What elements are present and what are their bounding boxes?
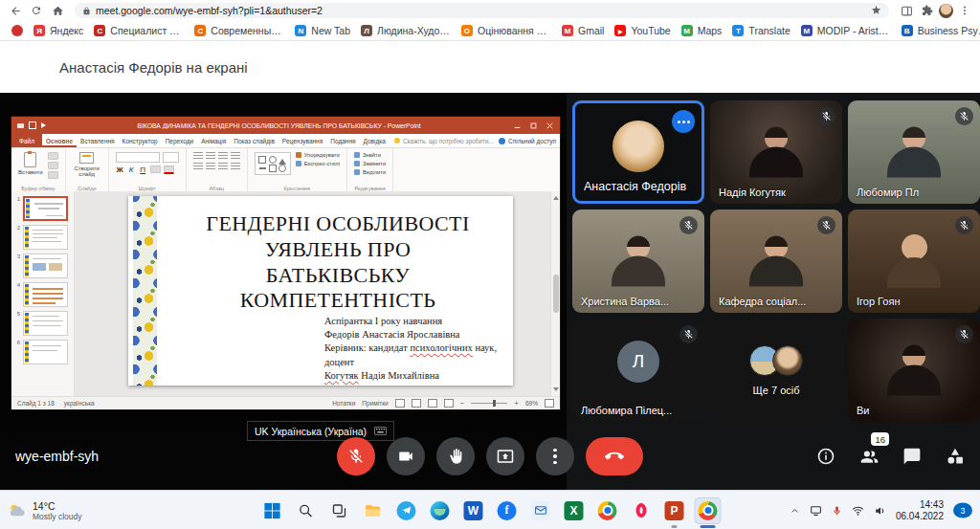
file-explorer-button[interactable] [360, 497, 387, 524]
bookmark-item[interactable]: MMaps [678, 24, 726, 37]
participant-tile[interactable]: Л Любомира Пілец... [572, 319, 704, 422]
participant-tile-self[interactable]: Ви [848, 319, 980, 422]
slide-thumbnail[interactable] [23, 196, 68, 221]
tab-view[interactable]: Подання [326, 134, 359, 147]
tile-options-button[interactable] [672, 110, 695, 133]
end-call-button[interactable] [586, 437, 643, 475]
raise-hand-button[interactable] [436, 437, 475, 475]
shapes-gallery[interactable] [255, 152, 291, 175]
indent-icon[interactable] [218, 163, 228, 170]
quick-access-toolbar[interactable] [17, 121, 49, 129]
bookmark-item[interactable]: ССовременные тео... [190, 24, 288, 37]
line-spacing-icon[interactable] [231, 163, 240, 170]
back-button[interactable] [6, 2, 25, 19]
slideshow-icon[interactable] [41, 122, 49, 128]
lock-icon[interactable] [82, 2, 91, 19]
align-left-icon[interactable] [193, 152, 203, 160]
refresh-button[interactable] [27, 2, 46, 19]
mic-in-use-icon[interactable] [832, 505, 842, 516]
quick-styles-button[interactable]: Експрес-стилі [296, 161, 340, 166]
zoom-slider[interactable] [471, 403, 507, 404]
paste-button[interactable]: Вставити [18, 152, 43, 175]
bookmark-item[interactable]: BBusiness Psycholog... [898, 24, 980, 37]
copy-icon[interactable] [48, 162, 58, 169]
ppt-share-button[interactable]: Спільний доступ [499, 138, 556, 144]
tab-insert[interactable]: Вставлення [77, 134, 119, 147]
slide-thumbnail[interactable] [23, 225, 68, 250]
bookmark-item[interactable]: TTranslate [728, 24, 793, 37]
italic-button[interactable]: К [127, 165, 136, 174]
word-button[interactable]: W [460, 497, 487, 524]
browser-menu-button[interactable] [955, 2, 974, 19]
bookmark-item[interactable]: ЛЛюдина-Художнiй... [357, 24, 455, 37]
address-bar[interactable]: meet.google.com/wye-embf-syh?pli=1&authu… [75, 3, 889, 18]
bookmark-item[interactable]: ООцінювання персо... [457, 24, 555, 37]
find-button[interactable]: Знайти [354, 152, 386, 158]
reading-view-button[interactable] [428, 399, 437, 408]
profile-avatar[interactable] [939, 4, 953, 18]
notes-button[interactable]: Нотатки [332, 400, 355, 407]
text-shadow-icon[interactable] [150, 165, 161, 173]
normal-view-button[interactable] [395, 399, 405, 408]
search-button[interactable] [293, 497, 320, 524]
participants-button[interactable]: 16 [858, 445, 880, 468]
wifi-icon[interactable] [852, 504, 864, 517]
participant-tile-anastasiia[interactable]: Анастасія Федорів [572, 100, 704, 204]
minimize-button[interactable] [509, 117, 525, 134]
present-button[interactable] [486, 437, 524, 475]
font-color-icon[interactable] [164, 165, 174, 174]
justify-icon[interactable] [231, 152, 240, 160]
bookmark-item[interactable]: MGmail [558, 24, 608, 37]
extensions-icon[interactable] [918, 2, 937, 19]
chat-button[interactable] [901, 445, 924, 468]
numbering-icon[interactable] [206, 163, 215, 170]
bookmark-star-icon[interactable] [871, 2, 881, 19]
tab-file[interactable]: Файл [11, 134, 42, 147]
start-button[interactable] [259, 497, 286, 524]
participant-tile[interactable]: Кафедра соціал... [710, 209, 842, 313]
bookmark-item[interactable]: ЯЯндекс [30, 24, 87, 37]
excel-button[interactable]: X [561, 497, 588, 524]
tab-design[interactable]: Конструктор [119, 134, 162, 147]
arrange-button[interactable]: Упорядкувати [296, 152, 340, 158]
slide-sorter-button[interactable] [412, 399, 421, 408]
undo-icon[interactable] [29, 121, 36, 129]
participant-tile[interactable]: Ігор Гоян [848, 209, 980, 313]
bookmark-item[interactable]: ▶YouTube [611, 24, 674, 37]
powerpoint-button[interactable]: P [661, 497, 688, 524]
close-button[interactable] [542, 117, 558, 134]
volume-icon[interactable] [874, 504, 886, 517]
facebook-button[interactable]: f [494, 497, 521, 524]
tab-review[interactable]: Рецензування [278, 134, 326, 147]
home-button[interactable] [48, 2, 67, 19]
bold-button[interactable]: Ж [116, 165, 124, 174]
notification-count-badge[interactable]: 3 [953, 503, 972, 518]
activities-button[interactable] [944, 445, 967, 468]
cut-icon[interactable] [48, 152, 58, 160]
scroll-up-icon[interactable] [553, 193, 559, 200]
tab-animations[interactable]: Анімація [197, 134, 230, 147]
weather-widget[interactable]: 14°C Mostly cloudy [8, 500, 82, 521]
select-button[interactable]: Виділити [354, 169, 386, 175]
scroll-down-icon[interactable] [553, 387, 559, 394]
chrome-button[interactable] [594, 497, 621, 524]
maximize-button[interactable] [525, 117, 542, 134]
font-name-box[interactable] [116, 152, 160, 163]
replace-button[interactable]: Замінити [354, 161, 386, 166]
edge-button[interactable] [427, 497, 454, 524]
bullets-icon[interactable] [193, 163, 203, 170]
slide-thumbnail[interactable] [23, 253, 68, 278]
slide-thumbnail[interactable] [23, 340, 68, 364]
vertical-scrollbar[interactable] [550, 191, 560, 396]
align-center-icon[interactable] [206, 152, 215, 160]
telegram-button[interactable] [393, 497, 420, 524]
opera-button[interactable] [628, 497, 655, 524]
zoom-out-button[interactable]: − [460, 400, 465, 408]
zoom-in-button[interactable]: + [514, 400, 519, 408]
chrome-active-button[interactable] [695, 497, 722, 524]
bookmark-icon-only[interactable] [8, 24, 27, 37]
mic-button[interactable] [337, 437, 375, 475]
taskbar-clock[interactable]: 14:43 06.04.2022 [896, 498, 944, 522]
slideshow-view-button[interactable] [444, 399, 454, 408]
font-size-box[interactable] [163, 152, 179, 163]
